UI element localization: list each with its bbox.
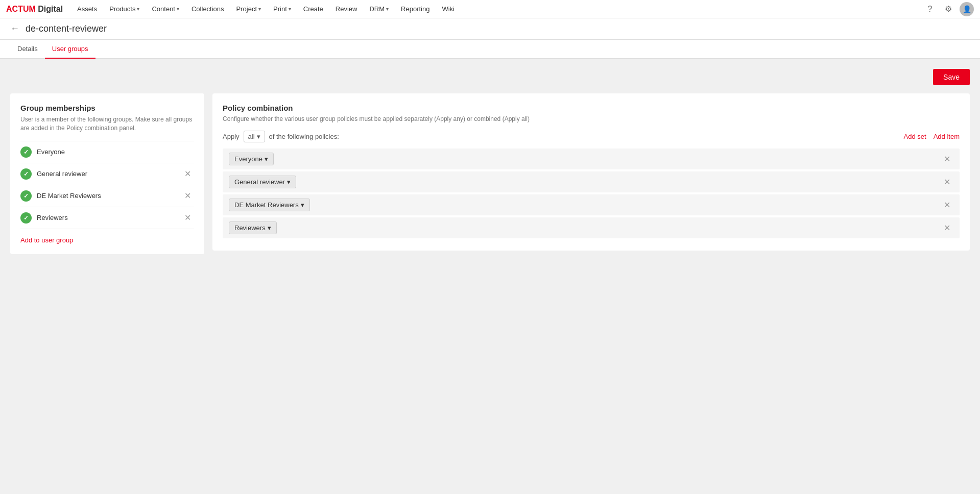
policy-reviewers-dropdown[interactable]: Reviewers ▾ [229, 221, 277, 234]
group-memberships-title: Group memberships [20, 104, 194, 112]
group-item-everyone: Everyone [20, 141, 194, 163]
policy-item-reviewers: Reviewers ▾ ✕ [223, 217, 960, 238]
nav-content[interactable]: Content ▾ [146, 0, 185, 18]
apply-label: Apply [223, 133, 240, 140]
check-icon-general-reviewer [20, 168, 32, 180]
policy-everyone-chevron-icon: ▾ [265, 155, 268, 163]
policy-de-market-reviewers-label: DE Market Reviewers [234, 201, 299, 209]
of-following-label: of the following policies: [269, 133, 339, 140]
nav-print[interactable]: Print ▾ [267, 0, 297, 18]
nav-collections-label: Collections [192, 5, 224, 13]
brand-logo[interactable]: ACTUM Digital [6, 5, 63, 14]
tab-user-groups[interactable]: User groups [45, 40, 95, 59]
page-title: de-content-reviewer [26, 23, 107, 34]
cards-row: Group memberships User is a member of th… [10, 93, 970, 254]
group-list: Everyone General reviewer ✕ DE Market Re… [20, 141, 194, 229]
remove-de-market-reviewers-button[interactable]: ✕ [181, 191, 194, 201]
nav-project-label: Project [236, 5, 257, 13]
tab-details[interactable]: Details [10, 40, 45, 59]
policy-general-reviewer-chevron-icon: ▾ [287, 178, 291, 186]
policy-controls: Apply all ▾ of the following policies: A… [223, 131, 960, 142]
nav-print-label: Print [273, 5, 287, 13]
apply-all-dropdown-chevron-icon: ▾ [257, 133, 260, 140]
add-set-link[interactable]: Add set [904, 133, 926, 140]
policy-de-market-reviewers-close-button[interactable]: ✕ [941, 199, 953, 211]
avatar[interactable]: 👤 [960, 2, 974, 16]
apply-all-dropdown-label: all [248, 133, 255, 140]
nav-reporting-label: Reporting [401, 5, 429, 13]
remove-general-reviewer-button[interactable]: ✕ [181, 169, 194, 179]
policy-everyone-close-button[interactable]: ✕ [941, 153, 953, 165]
policy-everyone-label: Everyone [234, 155, 262, 163]
save-button[interactable]: Save [933, 69, 970, 85]
group-memberships-card: Group memberships User is a member of th… [10, 93, 204, 254]
nav-wiki-label: Wiki [442, 5, 455, 13]
nav-assets-label: Assets [77, 5, 97, 13]
back-button[interactable]: ← [10, 23, 19, 34]
main-content: Save Group memberships User is a member … [0, 59, 980, 494]
group-name-reviewers: Reviewers [37, 214, 176, 221]
brand-digital: Digital [36, 5, 63, 13]
group-memberships-desc: User is a member of the following groups… [20, 115, 194, 133]
nav-right: ? ⚙ 👤 [923, 2, 974, 16]
nav-create-label: Create [303, 5, 323, 13]
remove-reviewers-button[interactable]: ✕ [181, 213, 194, 223]
policy-general-reviewer-dropdown[interactable]: General reviewer ▾ [229, 176, 296, 188]
policy-combination-card: Policy combination Configure whether the… [212, 93, 970, 251]
project-chevron-icon: ▾ [258, 6, 261, 12]
policy-everyone-dropdown[interactable]: Everyone ▾ [229, 153, 274, 165]
check-icon-de-market-reviewers [20, 190, 32, 202]
action-row: Save [10, 69, 970, 85]
nav-collections[interactable]: Collections [185, 0, 230, 18]
nav-project[interactable]: Project ▾ [230, 0, 267, 18]
policy-reviewers-label: Reviewers [234, 224, 266, 232]
nav-drm[interactable]: DRM ▾ [363, 0, 395, 18]
content-chevron-icon: ▾ [177, 6, 179, 12]
add-item-link[interactable]: Add item [934, 133, 960, 140]
check-icon-everyone [20, 146, 32, 158]
products-chevron-icon: ▾ [137, 6, 139, 12]
nav-items: Assets Products ▾ Content ▾ Collections … [71, 0, 923, 18]
group-name-de-market-reviewers: DE Market Reviewers [37, 192, 176, 200]
nav-review-label: Review [336, 5, 357, 13]
settings-icon[interactable]: ⚙ [941, 2, 955, 16]
policy-item-general-reviewer: General reviewer ▾ ✕ [223, 171, 960, 192]
print-chevron-icon: ▾ [289, 6, 291, 12]
nav-assets[interactable]: Assets [71, 0, 103, 18]
policy-general-reviewer-label: General reviewer [234, 178, 285, 186]
group-name-general-reviewer: General reviewer [37, 170, 176, 178]
nav-review[interactable]: Review [329, 0, 364, 18]
policy-reviewers-chevron-icon: ▾ [268, 224, 271, 232]
add-to-user-group-link[interactable]: Add to user group [20, 236, 73, 244]
nav-products-label: Products [109, 5, 135, 13]
group-item-de-market-reviewers: DE Market Reviewers ✕ [20, 185, 194, 207]
drm-chevron-icon: ▾ [386, 6, 389, 12]
tabs-bar: Details User groups [0, 40, 980, 59]
group-item-general-reviewer: General reviewer ✕ [20, 163, 194, 185]
policy-items-list: Everyone ▾ ✕ General reviewer ▾ ✕ [223, 149, 960, 238]
group-item-reviewers: Reviewers ✕ [20, 207, 194, 229]
policy-general-reviewer-close-button[interactable]: ✕ [941, 176, 953, 188]
policy-controls-right: Add set Add item [904, 133, 960, 140]
policy-item-de-market-reviewers: DE Market Reviewers ▾ ✕ [223, 194, 960, 215]
page-header: ← de-content-reviewer [0, 18, 980, 40]
policy-combination-title: Policy combination [223, 104, 960, 112]
policy-item-everyone: Everyone ▾ ✕ [223, 149, 960, 169]
nav-content-label: Content [152, 5, 175, 13]
nav-reporting[interactable]: Reporting [395, 0, 436, 18]
policy-de-market-reviewers-dropdown[interactable]: DE Market Reviewers ▾ [229, 199, 310, 211]
top-navigation: ACTUM Digital Assets Products ▾ Content … [0, 0, 980, 18]
nav-drm-label: DRM [369, 5, 385, 13]
group-name-everyone: Everyone [37, 148, 194, 156]
policy-de-market-reviewers-chevron-icon: ▾ [301, 201, 304, 209]
policy-reviewers-close-button[interactable]: ✕ [941, 222, 953, 234]
help-icon[interactable]: ? [923, 2, 937, 16]
brand-actum: ACTUM [6, 5, 36, 13]
nav-create[interactable]: Create [297, 0, 329, 18]
apply-all-dropdown[interactable]: all ▾ [244, 131, 265, 142]
policy-controls-left: Apply all ▾ of the following policies: [223, 131, 339, 142]
check-icon-reviewers [20, 212, 32, 224]
policy-combination-desc: Configure whether the various user group… [223, 115, 960, 122]
nav-products[interactable]: Products ▾ [103, 0, 146, 18]
nav-wiki[interactable]: Wiki [436, 0, 461, 18]
